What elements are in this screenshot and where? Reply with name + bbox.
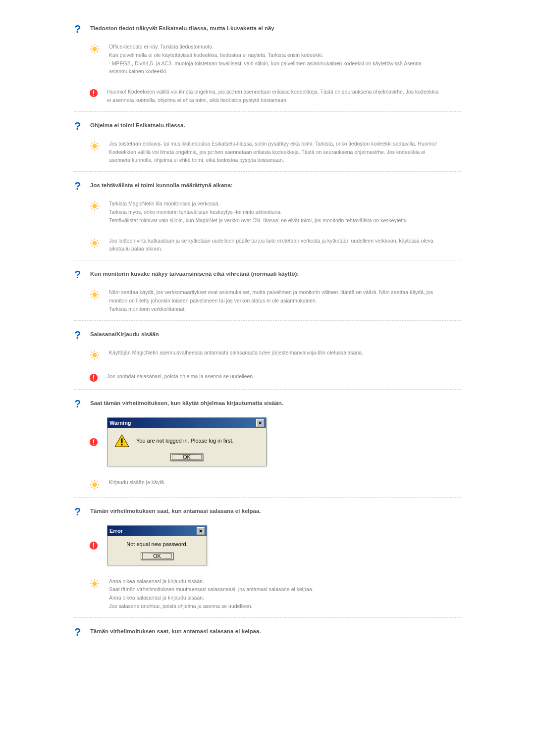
- faq-section: ? Tämän virheilmoituksen saat, kun antam…: [74, 503, 461, 618]
- section-title: Salasana/Kirjaudu sisään: [90, 330, 159, 337]
- svg-point-12: [92, 144, 97, 148]
- dialog-title: Error: [109, 528, 123, 534]
- svg-line-54: [97, 357, 98, 358]
- lightbulb-icon: [89, 201, 100, 211]
- svg-rect-11: [93, 95, 94, 96]
- svg-line-72: [97, 487, 98, 488]
- close-icon[interactable]: ✕: [256, 419, 264, 427]
- svg-line-71: [92, 481, 93, 482]
- tip-entry: Anna oikea salasanasi ja kirjaudu sisään…: [74, 572, 461, 618]
- section-title: Saat tämän virheilmoituksen, kun käytät …: [90, 399, 283, 406]
- tip-entry: Office-tiedosto ei näy. Tarkista tiedost…: [74, 38, 461, 83]
- question-icon: ?: [74, 269, 84, 280]
- svg-point-78: [92, 581, 97, 586]
- dialog-row: Error ✕ Not equal new password. OK: [74, 520, 461, 572]
- section-header: ? Salasana/Kirjaudu sisään: [74, 326, 461, 344]
- section-title: Tiedoston tiedot näkyvät Esikatselu-tila…: [90, 24, 274, 31]
- svg-line-55: [92, 357, 93, 358]
- svg-rect-77: [93, 548, 94, 549]
- svg-point-39: [92, 293, 97, 297]
- svg-line-56: [97, 352, 98, 353]
- tip-text: Tarkista MagicNetin tila monitorissa ja …: [109, 200, 461, 224]
- dialog-titlebar: Error ✕: [107, 526, 207, 536]
- section-header: ? Tämän virheilmoituksen saat, kun antam…: [74, 623, 461, 641]
- svg-line-47: [97, 292, 98, 293]
- tip-entry: Näin saattaa käydä, jos verkkomääritykse…: [74, 283, 461, 320]
- question-icon: ?: [74, 121, 84, 132]
- dialog-buttons: OK: [107, 450, 266, 466]
- alert-text: Jos unohdat salasanasi, poista ohjelma j…: [107, 372, 461, 381]
- svg-line-18: [97, 148, 98, 149]
- question-icon: ?: [74, 330, 84, 341]
- faq-section: ? Kun monitorin kuvake näkyy taivaansini…: [74, 265, 461, 320]
- dialog-body: Not equal new password.: [107, 536, 207, 549]
- tip-text: Näin saattaa käydä, jos verkkomääritykse…: [109, 288, 461, 313]
- question-icon: ?: [74, 399, 84, 409]
- alert-icon: [89, 89, 98, 98]
- svg-line-73: [92, 487, 93, 488]
- lightbulb-icon: [89, 289, 100, 300]
- svg-rect-59: [93, 379, 94, 380]
- dialog-message: You are not logged in. Please log in fir…: [136, 438, 234, 444]
- dialog-row: Warning ✕ You are not logged in. Please …: [74, 412, 461, 473]
- svg-line-74: [97, 481, 98, 482]
- svg-line-19: [92, 148, 93, 149]
- section-title: Kun monitorin kuvake näkyy taivaansinise…: [90, 269, 299, 277]
- tip-text: Anna oikea salasanasi ja kirjaudu sisään…: [109, 577, 461, 610]
- alert-icon: [89, 438, 98, 447]
- tip-entry: Käyttäjän MagicNetin asennusvaiheessa an…: [74, 344, 461, 367]
- svg-point-48: [92, 353, 97, 357]
- svg-line-26: [92, 203, 93, 204]
- warning-dialog: Warning ✕ You are not logged in. Please …: [107, 417, 267, 466]
- question-icon: ?: [74, 181, 84, 192]
- tip-entry: Tarkista MagicNetin tila monitorissa ja …: [74, 195, 461, 231]
- svg-line-20: [97, 143, 98, 144]
- svg-rect-65: [121, 444, 123, 445]
- alert-entry: Jos unohdat salasanasi, poista ohjelma j…: [74, 367, 461, 390]
- tip-text: Office-tiedosto ei näy. Tarkista tiedost…: [109, 43, 461, 76]
- svg-line-28: [92, 208, 93, 209]
- svg-line-37: [92, 245, 93, 246]
- svg-line-27: [97, 208, 98, 209]
- question-icon: ?: [74, 506, 84, 517]
- svg-line-6: [97, 51, 98, 52]
- tip-entry: Jos laitteen virta katkaistaan ja se kyt…: [74, 232, 461, 261]
- svg-line-35: [92, 240, 93, 241]
- close-icon[interactable]: ✕: [197, 527, 205, 535]
- alert-text: Huomio! Kodeekkien välillä voi ilmetä on…: [107, 88, 461, 104]
- ok-button[interactable]: OK: [170, 453, 203, 461]
- question-icon: ?: [74, 627, 84, 638]
- svg-line-46: [92, 297, 93, 298]
- svg-line-45: [97, 297, 98, 298]
- tip-entry: Kirjaudu sisään ja käytä.: [74, 473, 461, 498]
- ok-button[interactable]: OK: [141, 552, 173, 560]
- svg-point-21: [92, 204, 97, 208]
- svg-line-38: [97, 240, 98, 241]
- dialog-title: Warning: [109, 420, 131, 426]
- svg-line-53: [92, 352, 93, 353]
- svg-line-5: [92, 46, 93, 47]
- lightbulb-icon: [89, 238, 100, 249]
- faq-section: ? Ohjelma ei toimi Esikatselu-tilassa. J…: [74, 117, 461, 172]
- tip-entry: Jos toistetaan elokuva- tai musiikkitied…: [74, 135, 461, 172]
- svg-line-83: [92, 580, 93, 581]
- section-header: ? Ohjelma ei toimi Esikatselu-tilassa.: [74, 117, 461, 135]
- svg-rect-76: [93, 543, 94, 547]
- svg-rect-58: [93, 375, 94, 378]
- section-header: ? Kun monitorin kuvake näkyy taivaansini…: [74, 265, 461, 283]
- svg-point-30: [92, 241, 97, 245]
- tip-text: Käyttäjän MagicNetin asennusvaiheessa an…: [109, 349, 461, 357]
- svg-point-66: [92, 482, 97, 487]
- warning-triangle-icon: [114, 434, 129, 447]
- tip-text: Kirjaudu sisään ja käytä.: [109, 478, 461, 487]
- dialog-buttons: OK: [107, 549, 207, 565]
- dialog-body: You are not logged in. Please log in fir…: [107, 428, 266, 450]
- alert-entry: Huomio! Kodeekkien välillä voi ilmetä on…: [74, 83, 461, 112]
- lightbulb-icon: [89, 141, 100, 151]
- svg-rect-62: [93, 444, 94, 445]
- svg-line-7: [92, 51, 93, 52]
- svg-line-84: [97, 586, 98, 587]
- faq-section: ? Saat tämän virheilmoituksen, kun käytä…: [74, 395, 461, 498]
- faq-section: ? Tiedoston tiedot näkyvät Esikatselu-ti…: [74, 20, 461, 112]
- dialog-titlebar: Warning ✕: [107, 418, 266, 428]
